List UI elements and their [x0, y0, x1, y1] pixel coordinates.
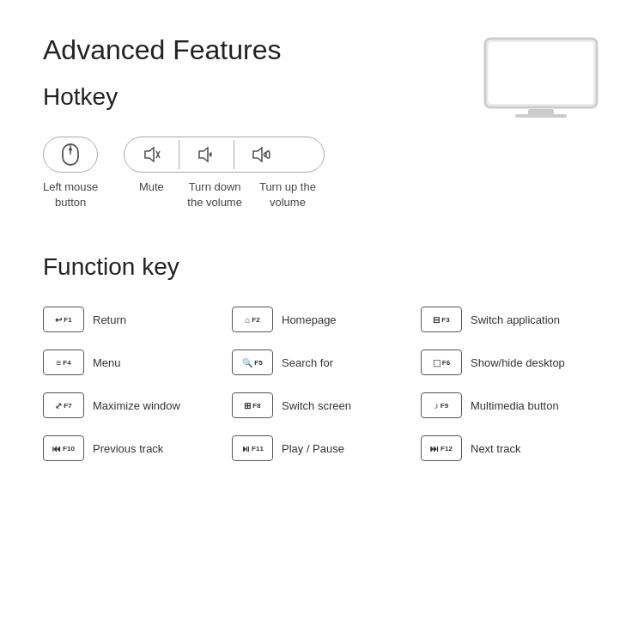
fkey-f1-badge[interactable]: ↩ F1 [43, 307, 84, 332]
monitor-illustration [481, 34, 601, 120]
vol-up-label: Turn up thevolume [251, 179, 325, 210]
fkey-f7-badge[interactable]: ⤢ F7 [43, 392, 84, 418]
fkey-f5: 🔍 F5 Search for [232, 349, 412, 375]
fkey-f6: ⬚ F6 Show/hide desktop [421, 349, 601, 375]
fkey-f10-label: Previous track [93, 442, 163, 455]
fkey-f3: ⊟ F3 Switch application [421, 307, 601, 332]
fkey-f10: ⏮ F10 Previous track [43, 435, 223, 461]
svg-rect-1 [488, 41, 594, 105]
next-track-icon: ⏭ [430, 444, 439, 453]
fkey-f7-label: Maximize window [93, 399, 180, 412]
fkey-f3-label: Switch application [471, 313, 560, 326]
hotkey-row: Left mousebutton [43, 137, 601, 210]
fkey-f11-badge[interactable]: ⏯ F11 [232, 435, 273, 461]
search-icon: 🔍 [242, 358, 252, 368]
volume-key-group: Mute Turn downthe volume Turn up thevolu… [124, 137, 325, 210]
function-key-grid: ↩ F1 Return ⌂ F2 Homepage ⊟ F3 Switch ap… [43, 307, 601, 461]
fkey-f2: ⌂ F2 Homepage [232, 307, 412, 332]
fkey-f9-badge[interactable]: ♪ F9 [421, 392, 462, 418]
fkey-f4-badge[interactable]: ≡ F4 [43, 349, 84, 375]
vol-down-label: Turn downthe volume [179, 179, 251, 210]
multimedia-icon: ♪ [434, 401, 439, 410]
return-icon: ↩ [55, 315, 62, 325]
mute-key-segment[interactable] [125, 140, 179, 169]
fkey-f10-badge[interactable]: ⏮ F10 [43, 435, 84, 461]
fkey-f5-label: Search for [282, 356, 333, 369]
svg-marker-7 [145, 148, 154, 161]
vol-up-icon [252, 147, 272, 162]
vol-down-key-segment[interactable] [179, 140, 234, 169]
fkey-f11-label: Play / Pause [282, 442, 344, 455]
fkey-f6-label: Show/hide desktop [471, 356, 565, 369]
menu-icon: ≡ [56, 358, 61, 368]
fkey-f12-badge[interactable]: ⏭ F12 [421, 435, 462, 461]
fkey-f12: ⏭ F12 Next track [421, 435, 601, 461]
fkey-f8-label: Switch screen [282, 399, 351, 412]
fkey-f6-badge[interactable]: ⬚ F6 [421, 349, 462, 375]
maximize-icon: ⤢ [55, 401, 62, 410]
prev-track-icon: ⏮ [52, 444, 61, 453]
fkey-f1: ↩ F1 Return [43, 307, 223, 332]
homepage-icon: ⌂ [245, 315, 250, 325]
fkey-f7: ⤢ F7 Maximize window [43, 392, 223, 418]
fkey-f11: ⏯ F11 Play / Pause [232, 435, 412, 461]
volume-group-labels: Mute Turn downthe volume Turn up thevolu… [124, 179, 325, 210]
mouse-icon [61, 143, 80, 167]
fkey-f9: ♪ F9 Multimedia button [421, 392, 601, 418]
svg-rect-3 [515, 114, 567, 118]
fkey-f8-badge[interactable]: ⊞ F8 [232, 392, 273, 418]
fkey-f2-badge[interactable]: ⌂ F2 [232, 307, 273, 332]
fkey-f1-label: Return [93, 313, 126, 326]
svg-marker-11 [253, 148, 262, 161]
svg-point-6 [69, 148, 72, 151]
switch-app-icon: ⊟ [433, 315, 440, 325]
volume-pill-group[interactable] [124, 137, 325, 173]
function-key-section-title: Function key [43, 253, 601, 281]
fkey-f12-label: Next track [471, 442, 521, 455]
play-pause-icon: ⏯ [241, 444, 250, 453]
fkey-f3-badge[interactable]: ⊟ F3 [421, 307, 462, 332]
fkey-f5-badge[interactable]: 🔍 F5 [232, 349, 273, 375]
mute-icon [143, 147, 161, 162]
switch-screen-icon: ⊞ [244, 401, 251, 410]
vol-up-key-segment[interactable] [234, 140, 289, 169]
fkey-f9-label: Multimedia button [471, 399, 559, 412]
desktop-icon: ⬚ [433, 358, 440, 368]
hotkey-mouse: Left mousebutton [43, 137, 98, 210]
mouse-key-pill[interactable] [43, 137, 98, 173]
fkey-f2-label: Homepage [282, 313, 337, 326]
fkey-f4-label: Menu [93, 356, 121, 369]
vol-down-icon [197, 147, 216, 162]
svg-marker-10 [199, 148, 208, 161]
mouse-key-label: Left mousebutton [43, 179, 98, 210]
fkey-f4: ≡ F4 Menu [43, 349, 223, 375]
mute-label: Mute [124, 179, 179, 210]
fkey-f8: ⊞ F8 Switch screen [232, 392, 412, 418]
